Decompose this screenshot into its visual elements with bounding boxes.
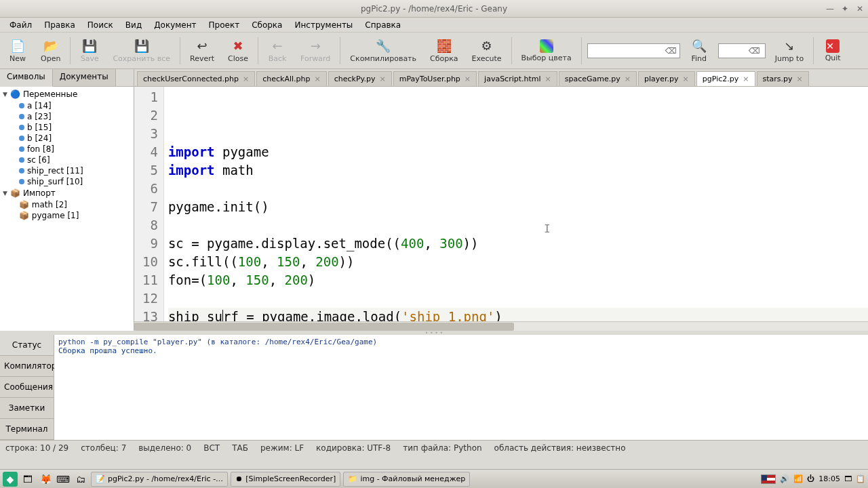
symbol-item[interactable]: a [14] xyxy=(0,100,134,111)
code-line[interactable]: fon=(100, 150, 200) xyxy=(168,271,868,289)
jumpto-input[interactable] xyxy=(722,46,749,56)
volume-icon[interactable]: 🔊 xyxy=(780,474,789,483)
compile-button[interactable]: 🔧Скомпилировать xyxy=(346,37,420,64)
power-icon[interactable]: ⏻ xyxy=(807,474,814,483)
code-line[interactable] xyxy=(168,180,868,198)
files-icon[interactable]: 🗂 xyxy=(73,472,88,487)
symbol-item[interactable]: a [23] xyxy=(0,111,134,122)
file-tab[interactable]: checkUserConnected.php× xyxy=(137,71,255,86)
close-tab-icon[interactable]: × xyxy=(625,75,631,83)
maximize-icon[interactable]: ✦ xyxy=(840,3,850,14)
save-button[interactable]: 💾Save xyxy=(76,37,103,64)
symbol-item[interactable]: ship_rect [11] xyxy=(0,165,134,176)
file-tab[interactable]: checkAll.php× xyxy=(256,71,327,86)
minimize-icon[interactable]: — xyxy=(825,3,835,14)
menu-edit[interactable]: Правка xyxy=(39,19,81,31)
msgtab-status[interactable]: Статус xyxy=(0,335,54,356)
find-input[interactable] xyxy=(591,46,665,56)
code-line[interactable]: import math xyxy=(168,161,868,180)
code-line[interactable] xyxy=(168,289,868,308)
open-button[interactable]: 📂Open xyxy=(37,37,64,64)
start-menu-icon[interactable]: ◆ xyxy=(3,472,18,487)
close-tab-icon[interactable]: × xyxy=(314,75,320,83)
msgtab-notes[interactable]: Заметки xyxy=(0,398,54,419)
menu-project[interactable]: Проект xyxy=(203,19,245,31)
symbol-item[interactable]: sc [6] xyxy=(0,155,134,165)
revert-button[interactable]: ↩Revert xyxy=(186,37,218,64)
code-line[interactable]: sc.fill((100, 150, 200)) xyxy=(168,253,868,271)
scrollbar-thumb[interactable] xyxy=(134,323,514,331)
close-icon[interactable]: ✕ xyxy=(854,3,865,14)
task-geany[interactable]: 📝 pgPic2.py - /home/rex4/Eric -… xyxy=(91,472,228,487)
symbol-item[interactable]: b [15] xyxy=(0,122,134,133)
file-tab[interactable]: javaScript.html× xyxy=(478,71,557,86)
keyboard-layout-icon[interactable] xyxy=(761,474,776,484)
network-icon[interactable]: 📶 xyxy=(793,474,803,483)
clear-jumpto-icon[interactable]: ⌫ xyxy=(749,46,760,56)
menu-document[interactable]: Документ xyxy=(149,19,201,31)
back-button[interactable]: ←Back xyxy=(264,37,291,64)
desktop-icon[interactable]: 🗔 xyxy=(20,472,35,487)
forward-button[interactable]: →Forward xyxy=(296,37,334,64)
terminal-icon[interactable]: ⌨ xyxy=(56,472,71,487)
task-filemanager[interactable]: 📁 img - Файловый менеджер xyxy=(343,472,470,487)
symbol-category-import[interactable]: ▼📦 Импорт xyxy=(0,187,134,199)
close-tab-icon[interactable]: × xyxy=(545,75,551,83)
symbol-category-variables[interactable]: ▼🔵 Переменные xyxy=(0,88,134,100)
code-line[interactable]: import pygame xyxy=(168,143,868,161)
build-button[interactable]: 🧱Сборка xyxy=(426,37,462,64)
symbol-item[interactable]: b [24] xyxy=(0,133,134,144)
file-tab[interactable]: stars.py× xyxy=(757,71,809,86)
symbol-item[interactable]: 📦 pygame [1] xyxy=(0,210,134,221)
symbol-item[interactable]: fon [8] xyxy=(0,144,134,155)
menu-tools[interactable]: Инструменты xyxy=(289,19,358,31)
jumpto-button[interactable]: ↘Jump to xyxy=(771,37,808,64)
sidebar-tab-documents[interactable]: Документы xyxy=(53,69,116,86)
execute-button[interactable]: ⚙Execute xyxy=(468,37,506,64)
horizontal-scrollbar[interactable] xyxy=(134,321,868,331)
code-line[interactable]: pygame.init() xyxy=(168,198,868,216)
symbol-item[interactable]: ship_surf [10] xyxy=(0,176,134,187)
sidebar-tab-symbols[interactable]: Символы xyxy=(0,69,53,87)
close-tab-icon[interactable]: × xyxy=(797,75,803,83)
browser-icon[interactable]: 🦊 xyxy=(38,472,53,487)
tray-icon[interactable]: 🗖 xyxy=(844,474,852,483)
jumpto-input-box[interactable]: ⌫ xyxy=(718,43,766,58)
tray-icon[interactable]: 📋 xyxy=(856,474,865,483)
find-input-box[interactable]: ⌫ xyxy=(587,43,680,58)
clear-find-icon[interactable]: ⌫ xyxy=(665,46,677,56)
msgtab-messages[interactable]: Сообщения xyxy=(0,377,54,398)
symbol-item[interactable]: 📦 math [2] xyxy=(0,199,134,210)
close-button[interactable]: ✖Close xyxy=(224,37,252,64)
menu-help[interactable]: Справка xyxy=(359,19,406,31)
clock[interactable]: 18:05 xyxy=(818,474,840,483)
menu-file[interactable]: Файл xyxy=(4,19,37,31)
file-tab[interactable]: checkPy.py× xyxy=(328,71,392,86)
close-tab-icon[interactable]: × xyxy=(465,75,471,83)
message-output[interactable]: python -m py_compile "player.py" (в ката… xyxy=(54,335,868,440)
task-screenrecorder[interactable]: ⏺ [SimpleScreenRecorder] xyxy=(231,472,340,487)
saveall-button[interactable]: 💾Сохранить все xyxy=(108,37,174,64)
menu-build[interactable]: Сборка xyxy=(246,19,288,31)
menu-view[interactable]: Вид xyxy=(120,19,147,31)
file-tab[interactable]: mPayToUser.php× xyxy=(393,71,477,86)
file-tab[interactable]: spaceGame.py× xyxy=(559,71,637,86)
close-tab-icon[interactable]: × xyxy=(243,75,249,83)
close-tab-icon[interactable]: × xyxy=(379,75,385,83)
close-tab-icon[interactable]: × xyxy=(683,75,689,83)
new-button[interactable]: 📄New xyxy=(4,37,31,64)
code-line[interactable] xyxy=(168,216,868,235)
find-button[interactable]: 🔍Find xyxy=(686,37,713,64)
msgtab-terminal[interactable]: Терминал xyxy=(0,419,54,440)
close-tab-icon[interactable]: × xyxy=(743,75,749,83)
msgtab-compiler[interactable]: Компилятор xyxy=(0,356,54,377)
file-tab[interactable]: pgPic2.py× xyxy=(696,71,755,86)
code-area[interactable]: I import pygameimport math pygame.init()… xyxy=(164,87,868,321)
color-button[interactable]: Выбор цвета xyxy=(517,38,576,64)
code-line[interactable]: ship_surf = pygame.image.load('ship_1.pn… xyxy=(168,308,868,321)
menu-search[interactable]: Поиск xyxy=(82,19,119,31)
quit-button[interactable]: ✕Quit xyxy=(819,38,846,64)
file-tab[interactable]: player.py× xyxy=(638,71,695,86)
code-line[interactable]: sc = pygame.display.set_mode((400, 300)) xyxy=(168,235,868,253)
code-editor[interactable]: 12345678910111213 I import pygameimport … xyxy=(134,87,868,321)
